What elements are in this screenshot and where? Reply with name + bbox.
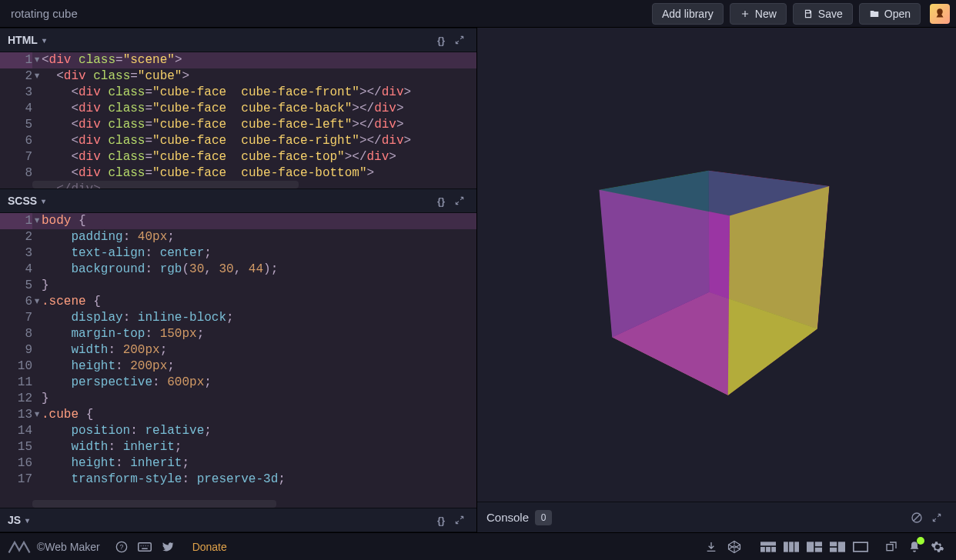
fold-marker[interactable]: ▾	[32, 294, 42, 310]
code-line[interactable]: 4 background: rgb(30, 30, 44);	[0, 262, 476, 278]
code-line[interactable]: 17 transform-style: preserve-3d;	[0, 472, 476, 488]
code-content[interactable]: .scene {	[42, 294, 476, 310]
code-line[interactable]: 2▾ <div class="cube">	[0, 68, 476, 85]
code-line[interactable]: 8 <div class="cube-face cube-face-bottom…	[0, 165, 476, 182]
code-line[interactable]: 15 width: inherit;	[0, 439, 476, 455]
code-line[interactable]: 8 margin-top: 150px;	[0, 326, 476, 342]
code-line[interactable]: 11 perspective: 600px;	[0, 375, 476, 391]
code-line[interactable]: 6 <div class="cube-face cube-face-right"…	[0, 133, 476, 149]
code-content[interactable]: margin-top: 150px;	[42, 326, 476, 342]
line-number: 8	[0, 326, 32, 342]
open-button[interactable]: Open	[859, 3, 921, 25]
code-content[interactable]: }	[42, 391, 476, 407]
code-line[interactable]: 6▾.scene {	[0, 294, 476, 310]
expand-icon[interactable]	[450, 511, 469, 529]
scss-pane-label: SCSS	[8, 195, 37, 207]
code-content[interactable]: <div class="cube-face cube-face-top"></d…	[42, 149, 476, 165]
code-content[interactable]: height: 200px;	[42, 358, 476, 375]
js-pane-header[interactable]: JS ▾ {}	[0, 508, 476, 532]
code-content[interactable]: position: relative;	[42, 423, 476, 439]
project-title-input[interactable]	[6, 4, 437, 23]
code-content[interactable]: text-align: center;	[42, 245, 476, 262]
code-line[interactable]: 16 height: inherit;	[0, 455, 476, 472]
download-icon[interactable]	[700, 536, 722, 558]
notifications-icon[interactable]	[904, 536, 925, 558]
code-line[interactable]: 7 display: inline-block;	[0, 310, 476, 326]
new-button[interactable]: New	[730, 3, 787, 25]
html-editor[interactable]: 1▾<div class="scene">2▾ <div class="cube…	[0, 52, 476, 188]
fold-marker[interactable]: ▾	[32, 52, 42, 68]
scrollbar-thumb[interactable]	[32, 500, 276, 508]
expand-icon[interactable]	[450, 192, 469, 210]
code-content[interactable]: <div class="cube">	[42, 68, 476, 85]
twitter-icon[interactable]	[157, 536, 179, 558]
scss-pane-header[interactable]: SCSS ▾ {}	[0, 188, 476, 213]
scrollbar[interactable]	[32, 500, 476, 508]
code-line[interactable]: 7 <div class="cube-face cube-face-top"><…	[0, 149, 476, 165]
code-line[interactable]: 10 height: 200px;	[0, 358, 476, 375]
add-library-button[interactable]: Add library	[652, 3, 724, 25]
scrollbar[interactable]	[32, 181, 476, 188]
fold-marker[interactable]: ▾	[32, 407, 42, 423]
keyboard-icon[interactable]	[134, 536, 155, 558]
code-content[interactable]: .cube {	[42, 407, 476, 423]
code-content[interactable]: body {	[42, 213, 476, 229]
chevron-down-icon: ▾	[42, 36, 46, 45]
save-button[interactable]: Save	[793, 3, 853, 25]
code-content[interactable]: }	[42, 278, 476, 294]
expand-icon[interactable]	[927, 508, 947, 528]
code-content[interactable]: perspective: 600px;	[42, 375, 476, 391]
code-content[interactable]: height: inherit;	[42, 455, 476, 472]
layout-1-icon[interactable]	[757, 536, 779, 558]
code-line[interactable]: 2 padding: 40px;	[0, 229, 476, 245]
fold-marker	[32, 133, 42, 149]
code-content[interactable]: width: 200px;	[42, 342, 476, 358]
code-line[interactable]: 13▾.cube {	[0, 407, 476, 423]
help-icon[interactable]: ?	[111, 536, 132, 558]
layout-4-icon[interactable]	[827, 536, 848, 558]
codepen-icon[interactable]	[724, 536, 745, 558]
line-number: 16	[0, 455, 32, 472]
code-content[interactable]: <div class="cube-face cube-face-left"></…	[42, 117, 476, 133]
html-pane-header[interactable]: HTML ▾ {}	[0, 28, 476, 52]
code-line[interactable]: 3 text-align: center;	[0, 245, 476, 262]
code-content[interactable]: background: rgb(30, 30, 44);	[42, 262, 476, 278]
code-line[interactable]: 5}	[0, 278, 476, 294]
fold-marker[interactable]: ▾	[32, 68, 42, 85]
settings-icon[interactable]	[927, 536, 948, 558]
console-label: Console	[486, 511, 529, 524]
code-content[interactable]: <div class="cube-face cube-face-bottom">	[42, 165, 476, 182]
code-line[interactable]: 9 width: 200px;	[0, 342, 476, 358]
code-content[interactable]: display: inline-block;	[42, 310, 476, 326]
code-content[interactable]: width: inherit;	[42, 439, 476, 455]
code-format-icon[interactable]: {}	[432, 31, 450, 49]
open-label: Open	[884, 8, 911, 20]
layout-5-icon[interactable]	[850, 536, 871, 558]
code-line[interactable]: 12}	[0, 391, 476, 407]
code-content[interactable]: <div class="cube-face cube-face-front"><…	[42, 85, 476, 101]
code-format-icon[interactable]: {}	[432, 511, 450, 529]
no-entry-icon[interactable]	[907, 508, 927, 528]
detach-preview-icon[interactable]	[881, 536, 902, 558]
layout-3-icon[interactable]	[804, 536, 825, 558]
profile-avatar[interactable]	[930, 4, 950, 24]
code-content[interactable]: <div class="cube-face cube-face-back"></…	[42, 101, 476, 117]
code-content[interactable]: <div class="scene">	[42, 52, 476, 68]
console-bar[interactable]: Console 0	[477, 502, 956, 532]
layout-2-icon[interactable]	[781, 536, 802, 558]
code-content[interactable]: <div class="cube-face cube-face-right"><…	[42, 133, 476, 149]
code-format-icon[interactable]: {}	[432, 192, 450, 210]
fold-marker[interactable]: ▾	[32, 213, 42, 229]
code-content[interactable]: padding: 40px;	[42, 229, 476, 245]
scss-editor[interactable]: 1▾body {2 padding: 40px;3 text-align: ce…	[0, 213, 476, 508]
code-line[interactable]: 1▾body {	[0, 213, 476, 229]
code-line[interactable]: 5 <div class="cube-face cube-face-left">…	[0, 117, 476, 133]
scrollbar-thumb[interactable]	[32, 181, 299, 188]
code-content[interactable]: transform-style: preserve-3d;	[42, 472, 476, 488]
code-line[interactable]: 4 <div class="cube-face cube-face-back">…	[0, 101, 476, 117]
expand-icon[interactable]	[450, 31, 469, 49]
donate-link[interactable]: Donate	[192, 541, 227, 553]
code-line[interactable]: 14 position: relative;	[0, 423, 476, 439]
code-line[interactable]: 3 <div class="cube-face cube-face-front"…	[0, 85, 476, 101]
code-line[interactable]: 1▾<div class="scene">	[0, 52, 476, 68]
